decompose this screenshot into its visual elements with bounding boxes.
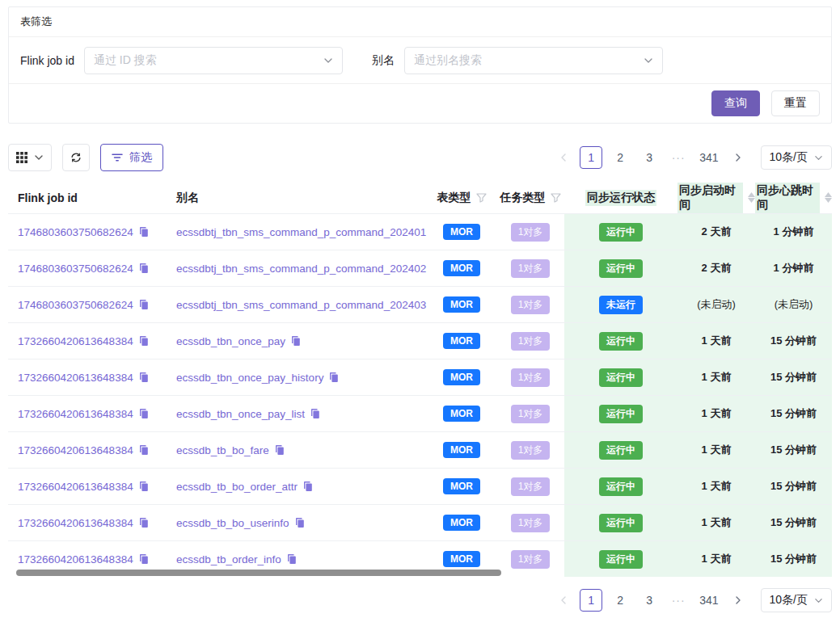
status-badge: 未运行: [599, 296, 643, 314]
page-button-3[interactable]: 3: [638, 146, 661, 169]
page-size-select[interactable]: 10条/页: [761, 145, 832, 170]
page-button-1[interactable]: 1: [580, 589, 602, 612]
column-header-sync-heartbeat-time[interactable]: 同步心跳时间: [755, 182, 832, 213]
flink-job-id-field: Flink job id 通过 ID 搜索: [20, 47, 343, 74]
flink-job-id-link[interactable]: 1732660420613648384: [18, 553, 133, 565]
horizontal-scrollbar[interactable]: [16, 570, 501, 576]
data-table: Flink job id 别名 表类型 任务类型 同步运行状态 同步启动时间 同…: [8, 182, 832, 577]
page-ellipsis: ···: [667, 589, 690, 612]
copy-icon[interactable]: [138, 553, 150, 565]
page-button-2[interactable]: 2: [609, 589, 631, 612]
heartbeat-time: 15 分钟前: [770, 443, 817, 457]
alias-link[interactable]: ecssdb_tb_bo_userinfo: [176, 517, 289, 529]
copy-icon[interactable]: [274, 444, 285, 456]
column-header-task-type[interactable]: 任务类型: [496, 182, 564, 213]
column-header-sync-start-time[interactable]: 同步启动时间: [677, 182, 755, 213]
table-body: 1746803603750682624 ecssdbtj_tbn_sms_com…: [8, 213, 832, 577]
alias-link[interactable]: ecssdb_tb_bo_fare: [176, 444, 269, 456]
flink-job-id-link[interactable]: 1746803603750682624: [18, 263, 133, 275]
page-button-341[interactable]: 341: [696, 589, 721, 612]
flink-job-id-link[interactable]: 1746803603750682624: [18, 299, 133, 311]
copy-icon[interactable]: [302, 481, 314, 492]
filter-form: Flink job id 通过 ID 搜索 别名 通过别名搜索: [9, 37, 831, 84]
table-row: 1732660420613648384 ecssdb_tb_bo_userinf…: [8, 504, 832, 540]
copy-icon[interactable]: [290, 335, 302, 347]
column-header-flink-job-id: Flink job id: [8, 182, 168, 213]
copy-icon[interactable]: [286, 553, 298, 565]
reset-button[interactable]: 重置: [771, 90, 820, 116]
filter-funnel-icon[interactable]: [476, 193, 487, 203]
flink-job-id-select[interactable]: 通过 ID 搜索: [84, 47, 343, 74]
sorter-icon[interactable]: [748, 192, 755, 203]
copy-icon[interactable]: [138, 263, 150, 274]
next-page-button[interactable]: [728, 146, 748, 169]
column-header-table-type[interactable]: 表类型: [427, 182, 496, 213]
page-size-select[interactable]: 10条/页: [761, 588, 832, 612]
table-type-badge: MOR: [443, 224, 480, 240]
heartbeat-time: 15 分钟前: [770, 406, 817, 421]
filter-panel: 表筛选 Flink job id 通过 ID 搜索 别名 通过别名搜索 查询 重…: [8, 6, 832, 124]
grid-icon: [16, 152, 27, 163]
table-type-badge: MOR: [443, 442, 480, 458]
page-button-1[interactable]: 1: [580, 146, 602, 169]
copy-icon[interactable]: [138, 335, 150, 347]
query-button[interactable]: 查询: [711, 90, 760, 116]
status-badge: 运行中: [599, 368, 643, 387]
alias-link[interactable]: ecssdbtj_tbn_sms_command_p_command_20240…: [176, 263, 426, 275]
copy-icon[interactable]: [138, 444, 150, 456]
copy-icon[interactable]: [138, 299, 150, 310]
flink-job-id-link[interactable]: 1732660420613648384: [18, 517, 133, 529]
task-type-badge: 1对多: [511, 405, 551, 423]
page-button-3[interactable]: 3: [638, 589, 661, 612]
column-settings-button[interactable]: [8, 144, 52, 171]
heartbeat-time: 15 分钟前: [770, 334, 817, 348]
table-row: 1732660420613648384 ecssdb_tb_bo_order_a…: [8, 468, 832, 504]
flink-job-id-link[interactable]: 1732660420613648384: [18, 481, 133, 493]
flink-job-id-label: Flink job id: [20, 54, 74, 67]
table-type-badge: MOR: [443, 551, 480, 567]
page-button-341[interactable]: 341: [696, 146, 721, 169]
heartbeat-time: 15 分钟前: [770, 552, 817, 566]
copy-icon[interactable]: [138, 372, 150, 383]
prev-page-button[interactable]: [554, 146, 573, 169]
flink-job-id-link[interactable]: 1746803603750682624: [18, 226, 133, 238]
copy-icon[interactable]: [310, 408, 321, 419]
start-time: 1 天前: [702, 443, 732, 457]
task-type-badge: 1对多: [511, 368, 551, 387]
alias-link[interactable]: ecssdb_tb_order_info: [176, 553, 281, 565]
sorter-icon[interactable]: [825, 192, 832, 203]
refresh-button[interactable]: [62, 144, 90, 171]
filter-button[interactable]: 筛选: [100, 144, 163, 171]
filter-lines-icon: [112, 153, 123, 162]
task-type-badge: 1对多: [511, 223, 551, 242]
flink-job-id-link[interactable]: 1732660420613648384: [18, 444, 133, 456]
status-badge: 运行中: [599, 223, 643, 242]
bottom-pagination: 123···34110条/页: [554, 588, 832, 612]
task-type-badge: 1对多: [511, 550, 551, 569]
alias-link[interactable]: ecssdbtj_tbn_sms_command_p_command_20240…: [176, 226, 426, 238]
alias-link[interactable]: ecssdb_tb_bo_order_attr: [176, 481, 298, 493]
flink-job-id-link[interactable]: 1732660420613648384: [18, 372, 133, 384]
alias-link[interactable]: ecssdb_tbn_once_pay_history: [176, 372, 323, 384]
next-page-button[interactable]: [728, 589, 748, 612]
prev-page-button[interactable]: [554, 589, 573, 612]
flink-job-id-link[interactable]: 1732660420613648384: [18, 335, 133, 347]
filter-funnel-icon[interactable]: [551, 193, 561, 203]
alias-link[interactable]: ecssdb_tbn_once_pay: [176, 335, 285, 347]
copy-icon[interactable]: [328, 372, 340, 383]
alias-link[interactable]: ecssdbtj_tbn_sms_command_p_command_20240…: [176, 299, 426, 311]
page-button-2[interactable]: 2: [609, 146, 631, 169]
copy-icon[interactable]: [294, 517, 306, 528]
alias-select[interactable]: 通过别名搜索: [404, 47, 663, 74]
copy-icon[interactable]: [138, 481, 150, 492]
alias-link[interactable]: ecssdb_tbn_once_pay_list: [176, 408, 305, 420]
copy-icon[interactable]: [138, 408, 150, 419]
table-type-badge: MOR: [443, 369, 480, 385]
flink-job-id-link[interactable]: 1732660420613648384: [18, 408, 133, 420]
copy-icon[interactable]: [138, 517, 150, 528]
top-pagination: 123···34110条/页: [554, 145, 832, 170]
alias-field: 别名 通过别名搜索: [372, 47, 663, 74]
copy-icon[interactable]: [138, 226, 150, 238]
task-type-badge: 1对多: [511, 441, 551, 460]
start-time: 1 天前: [702, 370, 732, 385]
